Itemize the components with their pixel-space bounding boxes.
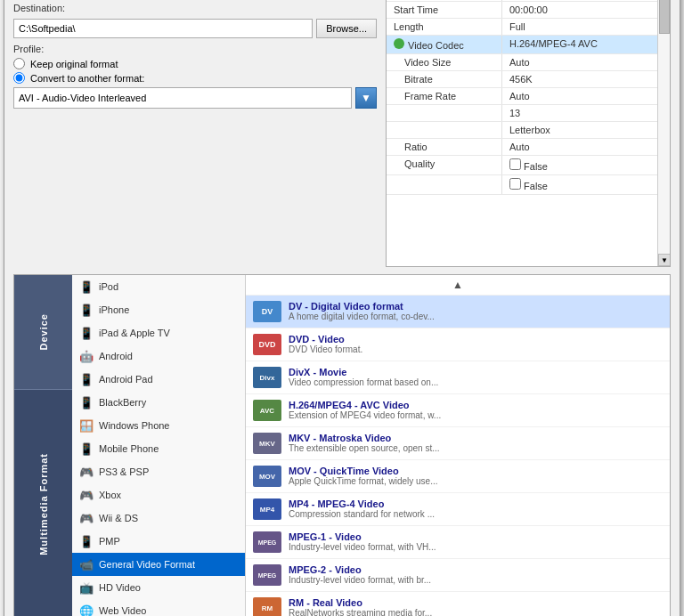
divx-icon: Divx xyxy=(253,367,281,388)
format-up-arrow-icon: ▲ xyxy=(452,279,463,291)
convert-label: Convert to another format: xyxy=(30,73,144,84)
mobilephone-icon: 📱 xyxy=(79,442,94,456)
iphone-icon: 📱 xyxy=(79,303,94,317)
format-item-mp4[interactable]: MP4 MP4 - MPEG-4 Video Compression stand… xyxy=(246,493,670,526)
profile-val-videosize: Auto xyxy=(502,54,657,70)
profile-key-false2 xyxy=(387,175,502,194)
format-item-mov[interactable]: MOV MOV - QuickTime Video Apple QuickTim… xyxy=(246,460,670,493)
mov-title: MOV - QuickTime Video xyxy=(289,466,663,476)
mkv-icon: MKV xyxy=(253,433,281,454)
scrollbar-down-button[interactable]: ▼ xyxy=(658,254,670,266)
profile-val-bitrate: 456K xyxy=(502,71,657,87)
category-item-webvideo[interactable]: 🌐 Web Video xyxy=(72,599,245,616)
dvd-icon: DVD xyxy=(253,334,281,355)
category-label-ipad: iPad & Apple TV xyxy=(99,328,170,338)
profile-key-framerate: Frame Rate xyxy=(387,88,502,104)
mp4-icon: MP4 xyxy=(253,498,281,520)
profile-val-starttime: 00:00:00 xyxy=(502,2,657,18)
radio-group: Keep original format Convert to another … xyxy=(13,58,377,84)
hdvideo-icon: 📺 xyxy=(79,580,94,595)
mov-icon: MOV xyxy=(253,466,281,487)
h264-icon: AVC xyxy=(253,400,281,421)
mp4-title: MP4 - MPEG-4 Video xyxy=(289,498,663,509)
profile-key-videocodec: Video Codec xyxy=(387,36,502,53)
profile-row-starttime: Start Time 00:00:00 xyxy=(387,2,657,19)
keep-original-label: Keep original format xyxy=(30,59,118,69)
category-item-xbox[interactable]: 🎮 Xbox xyxy=(72,483,245,507)
category-list: 📱 iPod 📱 iPhone 📱 iPad & Apple TV 🤖 Andr… xyxy=(72,275,246,616)
format-item-dvd[interactable]: DVD DVD - Video DVD Video format. xyxy=(246,328,670,361)
category-label-androidpad: Android Pad xyxy=(99,374,153,385)
category-item-ipod[interactable]: 📱 iPod xyxy=(72,275,245,298)
category-item-ps3psp[interactable]: 🎮 PS3 & PSP xyxy=(72,460,245,483)
ipad-icon: 📱 xyxy=(79,326,94,340)
profile-val-false2: False xyxy=(502,175,657,194)
profile-row-length: Length Full xyxy=(387,19,657,36)
category-item-iphone[interactable]: 📱 iPhone xyxy=(72,298,245,321)
category-item-generalvideo[interactable]: 📹 General Video Format xyxy=(72,553,245,576)
category-label-generalvideo: General Video Format xyxy=(99,559,195,570)
profile-panel: Profile All ▾ Extension avi Start Time 0… xyxy=(386,0,671,267)
convert-format-row: Convert to another format: xyxy=(13,72,377,84)
ipod-icon: 📱 xyxy=(79,280,94,294)
device-tab[interactable]: Device xyxy=(14,275,72,390)
dvd-desc: DVD Video format. xyxy=(289,344,663,354)
mpeg1-text: MPEG-1 - Video Industry-level video form… xyxy=(289,531,663,552)
profile-key-quality: Quality xyxy=(387,156,502,174)
category-item-androidpad[interactable]: 📱 Android Pad xyxy=(72,368,245,391)
profile-row-bitrate: Bitrate 456K xyxy=(387,71,657,88)
profile-row-quality: Quality False xyxy=(387,156,657,175)
format-item-h264[interactable]: AVC H.264/MPEG4 - AVC Video Extension of… xyxy=(246,394,670,427)
dv-desc: A home digital video format, co-dev... xyxy=(289,312,663,321)
profile-label: Profile: xyxy=(13,44,377,54)
quality-checkbox[interactable] xyxy=(509,158,521,170)
category-item-blackberry[interactable]: 📱 BlackBerry xyxy=(72,391,245,414)
divx-text: DivX - Movie Video compression format ba… xyxy=(289,367,663,387)
multimedia-tab-label: Multimedia Format xyxy=(38,453,49,555)
convert-format-radio[interactable] xyxy=(13,72,25,84)
rm-icon: RM xyxy=(253,597,281,616)
category-item-mobilephone[interactable]: 📱 Mobile Phone xyxy=(72,437,245,460)
android-icon: 🤖 xyxy=(79,349,94,363)
format-list: ▲ DV DV - Digital Video format A home di… xyxy=(246,275,670,616)
format-item-mpeg2[interactable]: MPEG MPEG-2 - Video Industry-level video… xyxy=(246,559,670,592)
format-item-mkv[interactable]: MKV MKV - Matroska Video The extensible … xyxy=(246,427,670,460)
format-select-input[interactable] xyxy=(13,87,352,109)
category-label-wiids: Wii & DS xyxy=(99,513,138,523)
format-dropdown-button[interactable]: ▼ xyxy=(355,87,377,109)
multimedia-tab[interactable]: Multimedia Format xyxy=(14,390,72,616)
category-item-windowsphone[interactable]: 🪟 Windows Phone xyxy=(72,414,245,437)
format-item-dv[interactable]: DV DV - Digital Video format A home digi… xyxy=(246,296,670,328)
destination-input[interactable] xyxy=(13,19,313,38)
category-label-ipod: iPod xyxy=(99,281,118,292)
profile-key-ratio: Ratio xyxy=(387,139,502,155)
category-item-hdvideo[interactable]: 📺 HD Video xyxy=(72,576,245,599)
format-item-divx[interactable]: Divx DivX - Movie Video compression form… xyxy=(246,361,670,394)
blackberry-icon: 📱 xyxy=(79,395,94,409)
category-item-ipad[interactable]: 📱 iPad & Apple TV xyxy=(72,321,245,344)
profile-val-letterbox: Letterbox xyxy=(502,122,657,138)
category-item-android[interactable]: 🤖 Android xyxy=(72,344,245,368)
profile-val-quality: False xyxy=(502,156,657,174)
format-scroll-up[interactable]: ▲ xyxy=(246,275,670,296)
divx-title: DivX - Movie xyxy=(289,367,663,377)
browse-button[interactable]: Browse... xyxy=(316,19,377,38)
format-item-mpeg1[interactable]: MPEG MPEG-1 - Video Industry-level video… xyxy=(246,526,670,559)
scrollbar-thumb[interactable] xyxy=(659,0,670,34)
profile-row-letterbox: Letterbox xyxy=(387,122,657,139)
right-panel: Profile All ▾ Extension avi Start Time 0… xyxy=(386,0,671,267)
category-label-android: Android xyxy=(99,351,133,361)
mpeg2-icon: MPEG xyxy=(253,564,281,586)
false2-checkbox[interactable] xyxy=(509,178,521,190)
green-dot-icon xyxy=(394,38,404,49)
format-select-row: ▼ xyxy=(13,87,377,109)
keep-original-radio[interactable] xyxy=(13,58,25,69)
format-item-rm[interactable]: RM RM - Real Video RealNetworks streamin… xyxy=(246,592,670,616)
profile-val-ratio: Auto xyxy=(502,139,657,155)
category-item-wiids[interactable]: 🎮 Wii & DS xyxy=(72,507,245,530)
ps3psp-icon: 🎮 xyxy=(79,465,94,479)
mpeg2-title: MPEG-2 - Video xyxy=(289,564,663,575)
destination-row: Browse... xyxy=(13,19,377,38)
sidebar-tabs: Device Multimedia Format ▼ xyxy=(14,275,72,616)
category-item-pmp[interactable]: 📱 PMP xyxy=(72,530,245,553)
